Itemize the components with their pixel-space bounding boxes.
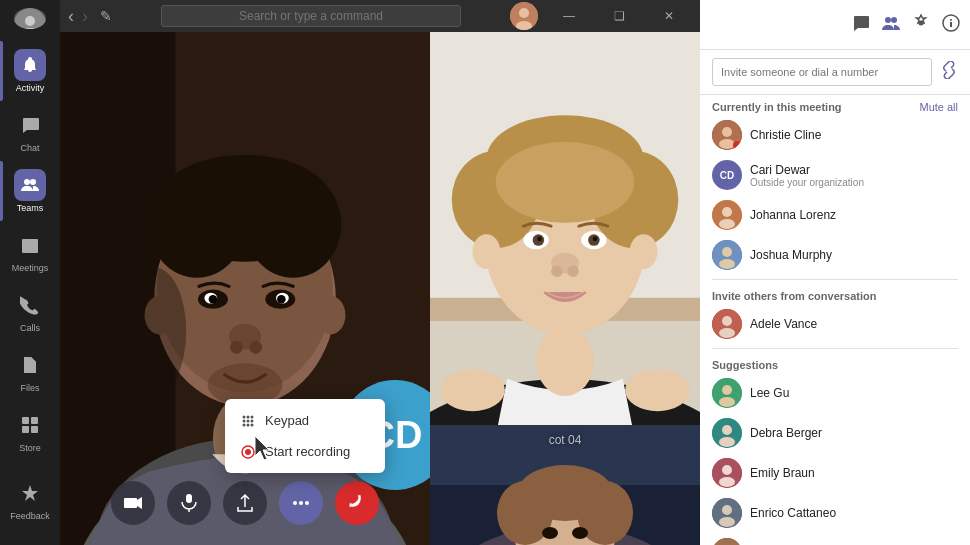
participant-patti[interactable]: Patti Fernandez bbox=[700, 533, 970, 545]
participant-lee[interactable]: Lee Gu bbox=[700, 373, 970, 413]
sidebar-item-teams[interactable]: Teams bbox=[0, 161, 60, 221]
svg-point-49 bbox=[243, 423, 246, 426]
video-label: cot 04 bbox=[549, 433, 582, 447]
section-title-current: Currently in this meeting bbox=[712, 101, 842, 113]
bottom-right-video: cot 04 bbox=[430, 425, 700, 545]
menu-item-keypad[interactable]: Keypad bbox=[225, 405, 385, 436]
participant-list: Currently in this meeting Mute all Chris… bbox=[700, 95, 970, 545]
svg-point-80 bbox=[567, 265, 579, 277]
avatar-lee bbox=[712, 378, 742, 408]
svg-rect-5 bbox=[22, 239, 38, 253]
svg-rect-38 bbox=[186, 494, 192, 503]
search-input[interactable] bbox=[161, 5, 461, 27]
svg-point-44 bbox=[247, 415, 250, 418]
svg-point-64 bbox=[536, 327, 594, 396]
invite-input[interactable] bbox=[712, 58, 932, 86]
main-video: Keypad Start recording CD bbox=[60, 32, 430, 545]
sidebar-item-chat[interactable]: Chat bbox=[0, 101, 60, 161]
participant-info-johanna: Johanna Lorenz bbox=[750, 208, 958, 222]
menu-item-record[interactable]: Start recording bbox=[225, 436, 385, 467]
svg-point-3 bbox=[24, 179, 30, 185]
avatar-joshua bbox=[712, 240, 742, 270]
svg-point-130 bbox=[719, 477, 735, 487]
avatar-enrico bbox=[712, 498, 742, 528]
sidebar-item-meetings[interactable]: Meetings bbox=[0, 221, 60, 281]
participant-info-adele: Adele Vance bbox=[750, 317, 958, 331]
sidebar-item-feedback[interactable]: Feedback bbox=[0, 469, 60, 529]
svg-point-121 bbox=[719, 328, 735, 338]
participant-name-debra: Debra Berger bbox=[750, 426, 958, 440]
participant-adele[interactable]: Adele Vance bbox=[700, 304, 970, 344]
minimize-button[interactable]: — bbox=[546, 0, 592, 32]
svg-point-70 bbox=[473, 234, 501, 269]
sidebar-label-files: Files bbox=[20, 383, 39, 393]
participant-emily[interactable]: Emily Braun bbox=[700, 453, 970, 493]
maximize-button[interactable]: ❑ bbox=[596, 0, 642, 32]
more-button[interactable] bbox=[279, 481, 323, 525]
info-panel-icon[interactable] bbox=[942, 14, 960, 36]
sidebar-label-store: Store bbox=[19, 443, 41, 453]
participant-cari[interactable]: CD Cari Dewar Outside your organization bbox=[700, 155, 970, 195]
participant-info-enrico: Enrico Cattaneo bbox=[750, 506, 958, 520]
svg-point-23 bbox=[170, 176, 320, 262]
sidebar-item-files[interactable]: Files bbox=[0, 341, 60, 401]
svg-point-79 bbox=[551, 265, 563, 277]
keypad-label: Keypad bbox=[265, 413, 309, 428]
close-button[interactable]: ✕ bbox=[646, 0, 692, 32]
participant-info-emily: Emily Braun bbox=[750, 466, 958, 480]
mute-all-button[interactable]: Mute all bbox=[919, 101, 958, 113]
participant-enrico[interactable]: Enrico Cattaneo bbox=[700, 493, 970, 533]
record-icon bbox=[241, 445, 255, 459]
svg-point-11 bbox=[519, 8, 529, 18]
people-panel-icon[interactable] bbox=[882, 14, 900, 36]
forward-button[interactable]: › bbox=[82, 6, 88, 27]
sidebar-item-store[interactable]: Store bbox=[0, 401, 60, 461]
share-button[interactable] bbox=[223, 481, 267, 525]
profile-picture[interactable] bbox=[510, 2, 538, 30]
svg-point-105 bbox=[891, 17, 897, 23]
svg-point-132 bbox=[722, 505, 732, 515]
svg-rect-9 bbox=[31, 426, 38, 433]
settings-panel-icon[interactable] bbox=[912, 14, 930, 36]
participant-info-cari: Cari Dewar Outside your organization bbox=[750, 163, 958, 188]
mic-button[interactable] bbox=[167, 481, 211, 525]
svg-point-42 bbox=[305, 501, 309, 505]
svg-point-109 bbox=[950, 19, 952, 21]
chat-panel-icon[interactable] bbox=[852, 14, 870, 36]
user-avatar[interactable] bbox=[14, 8, 46, 29]
avatar-emily bbox=[712, 458, 742, 488]
svg-point-123 bbox=[722, 385, 732, 395]
participant-joshua[interactable]: Joshua Murphy bbox=[700, 235, 970, 275]
compose-icon[interactable]: ✎ bbox=[100, 8, 112, 24]
participant-christie[interactable]: Christie Cline bbox=[700, 115, 970, 155]
sidebar-item-calls[interactable]: Calls bbox=[0, 281, 60, 341]
invite-section bbox=[700, 50, 970, 95]
sidebar-item-activity[interactable]: Activity bbox=[0, 41, 60, 101]
participant-debra[interactable]: Debra Berger bbox=[700, 413, 970, 453]
avatar-patti bbox=[712, 538, 742, 545]
participant-name-adele: Adele Vance bbox=[750, 317, 958, 331]
participant-johanna[interactable]: Johanna Lorenz bbox=[700, 195, 970, 235]
participant-info-debra: Debra Berger bbox=[750, 426, 958, 440]
svg-point-34 bbox=[249, 341, 262, 354]
link-icon[interactable] bbox=[940, 61, 958, 84]
window-controls: — ❑ ✕ bbox=[502, 0, 700, 32]
status-dot bbox=[733, 141, 741, 149]
back-button[interactable]: ‹ bbox=[68, 6, 74, 27]
svg-point-133 bbox=[719, 517, 735, 527]
svg-point-129 bbox=[722, 465, 732, 475]
camera-button[interactable] bbox=[111, 481, 155, 525]
svg-point-111 bbox=[722, 127, 732, 137]
end-call-button[interactable] bbox=[335, 481, 379, 525]
section-header-suggestions: Suggestions bbox=[700, 353, 970, 373]
svg-point-126 bbox=[722, 425, 732, 435]
participants-panel: Currently in this meeting Mute all Chris… bbox=[700, 0, 970, 545]
svg-point-45 bbox=[251, 415, 254, 418]
svg-point-124 bbox=[719, 397, 735, 407]
svg-point-82 bbox=[625, 370, 690, 412]
top-right-video bbox=[430, 32, 700, 425]
panel-header bbox=[700, 0, 970, 50]
svg-point-1 bbox=[25, 16, 35, 26]
svg-point-30 bbox=[209, 295, 218, 304]
svg-point-102 bbox=[542, 527, 558, 539]
